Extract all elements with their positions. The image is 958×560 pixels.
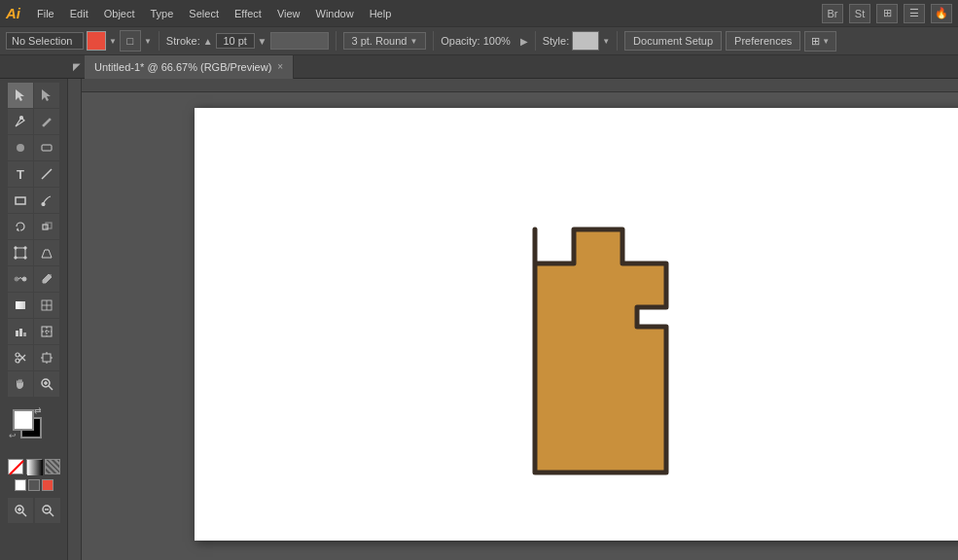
arrange-button[interactable]: ⊞ ▼ [804,31,836,52]
tool-row-4: T [8,161,59,187]
gradient-tool[interactable] [8,293,33,318]
doc-setup-button[interactable]: Document Setup [624,31,722,51]
pattern-fill-icon[interactable] [45,459,60,474]
blend-tool[interactable] [8,266,33,292]
svg-line-42 [10,461,23,474]
main-layout: T [0,79,958,560]
fill-dropdown[interactable]: ▼ [109,37,117,46]
workspace-icon[interactable]: ⊞ [876,4,898,23]
eraser-tool[interactable] [34,135,59,160]
tool-row-11 [8,345,59,370]
foreground-color-swatch[interactable] [13,409,34,431]
round-button[interactable]: 3 pt. Round ▼ [343,32,427,50]
tool-row-10 [8,319,59,344]
eyedropper-tool[interactable] [34,266,59,292]
fill-color[interactable] [87,31,106,51]
bw-row [15,479,53,491]
svg-rect-9 [46,223,52,228]
fire-icon[interactable]: 🔥 [931,4,952,23]
svg-marker-0 [16,89,24,101]
paintbrush-tool[interactable] [34,188,59,213]
svg-rect-10 [16,248,25,258]
arrange-dropdown[interactable]: ▼ [822,37,830,46]
tool-row-1 [8,83,59,108]
divider-5 [617,31,618,51]
stroke-style-box[interactable]: □ [120,30,141,52]
line-tool[interactable] [34,161,59,187]
white-swatch[interactable] [15,479,26,491]
vertical-ruler [68,79,82,560]
stroke-down[interactable]: ▼ [258,36,267,47]
style-dropdown[interactable]: ▼ [602,37,610,46]
artboard-tool[interactable] [34,345,59,370]
selection-tool[interactable] [8,83,33,108]
zoom-tool[interactable] [34,371,59,397]
canvas-area[interactable] [68,79,958,560]
svg-rect-43 [27,460,43,475]
free-transform-tool[interactable] [8,240,33,265]
zoom-in-tool[interactable] [8,498,33,523]
menu-file[interactable]: File [30,6,61,21]
svg-line-49 [50,512,53,516]
menu-edit[interactable]: Edit [63,6,95,21]
selection-section: No Selection ▼ □ ▼ [6,30,152,52]
round-dropdown[interactable]: ▼ [409,37,417,46]
tab-close-button[interactable]: × [277,61,283,72]
arrange-icon[interactable]: ☰ [904,4,925,23]
slice-tool[interactable] [34,319,59,344]
menu-effect[interactable]: Effect [228,6,268,21]
opacity-arrow[interactable]: ▶ [520,36,528,47]
zoom-row [8,498,60,523]
menu-select[interactable]: Select [182,6,226,21]
svg-rect-6 [16,197,25,204]
reset-colors-icon[interactable]: ↩ [9,431,17,440]
document-tab[interactable]: Untitled-1* @ 66.67% (RGB/Preview) × [85,55,294,79]
pencil-tool[interactable] [34,109,59,134]
menu-help[interactable]: Help [363,6,399,21]
scissors-tool[interactable] [8,345,33,370]
style-preview[interactable] [572,31,599,51]
direct-selection-tool[interactable] [34,83,59,108]
stroke-preview [270,32,329,50]
bridge-icon[interactable]: Br [822,4,843,23]
svg-line-5 [42,169,52,179]
blob-brush-tool[interactable] [8,135,33,160]
chart-tool[interactable] [8,319,33,344]
scale-tool[interactable] [34,214,59,239]
stroke-label: Stroke: [166,35,200,47]
perspective-tool[interactable] [34,240,59,265]
menu-object[interactable]: Object [97,6,142,21]
svg-marker-15 [42,250,52,258]
artboard[interactable] [195,108,958,541]
pen-tool[interactable] [8,109,33,134]
stock-icon[interactable]: St [849,4,870,23]
stroke-style-dropdown[interactable]: ▼ [144,37,152,46]
red-swatch[interactable] [42,479,53,491]
mesh-tool[interactable] [34,293,59,318]
gray-swatch[interactable] [28,479,40,491]
divider-4 [535,31,536,51]
type-tool[interactable]: T [8,161,33,187]
divider-3 [433,31,434,51]
stroke-up[interactable]: ▲ [203,36,213,47]
gradient-fill-icon[interactable] [26,459,42,474]
stroke-value-input[interactable] [216,33,255,49]
menu-type[interactable]: Type [144,6,181,21]
svg-rect-4 [42,145,52,151]
zoom-out-tool[interactable] [35,498,60,523]
tool-row-7 [8,240,59,265]
swap-colors-icon[interactable]: ⇄ [34,405,42,415]
svg-point-14 [15,257,17,259]
menu-view[interactable]: View [270,6,307,21]
rotate-tool[interactable] [8,214,33,239]
none-gradient-row [8,459,60,474]
none-fill-icon[interactable] [8,459,23,474]
svg-rect-19 [16,301,25,309]
rectangle-tool[interactable] [8,188,33,213]
tool-row-3 [8,135,59,160]
menu-window[interactable]: Window [309,6,361,21]
hand-tool[interactable] [8,371,33,397]
tool-row-5 [8,188,59,213]
preferences-button[interactable]: Preferences [726,31,800,51]
tool-row-6 [8,214,59,239]
